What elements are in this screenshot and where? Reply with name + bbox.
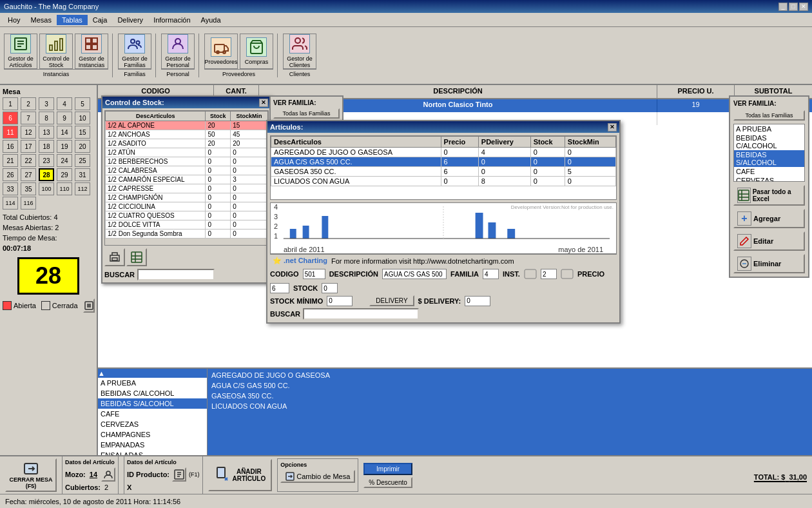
family-cafe[interactable]: CAFE — [98, 409, 207, 419]
family-ensaladas[interactable]: ENSALADAS — [98, 450, 207, 455]
article-agua-gas[interactable]: AGUA C/S GAS 500 CC. — [209, 380, 811, 391]
control-stock-button[interactable]: Control deStock — [39, 34, 73, 69]
art-row-1[interactable]: AGUA C/S GAS 500 CC.6000 — [271, 157, 616, 167]
sc-excel-button[interactable] — [126, 248, 147, 266]
mesa-25[interactable]: 25 — [75, 154, 90, 167]
gestor-articulos-button[interactable]: Gestor deArtículos — [4, 34, 37, 69]
mesa-2[interactable]: 2 — [21, 97, 36, 110]
articles-table-wrapper[interactable]: DescArticulos Precio PDelivery Stock Sto… — [270, 135, 617, 200]
detail-stock-input[interactable] — [322, 283, 338, 293]
todas-familias-left-btn[interactable]: Todas las Familias — [273, 108, 340, 119]
close-button[interactable]: ✕ — [799, 3, 808, 11]
sc-row-4[interactable]: 1/2 BERBERECHOS00 — [106, 157, 268, 166]
mozo-icon-btn[interactable] — [101, 467, 115, 482]
art-row-3[interactable]: LICUADOS CON AGUA0800 — [271, 177, 616, 186]
articles-popup-close[interactable]: ✕ — [608, 123, 617, 132]
mesa-20[interactable]: 20 — [75, 140, 90, 153]
sc-row-12[interactable]: 1/2 Don Segunda Sombra00 — [106, 230, 268, 239]
sc-print-button[interactable] — [104, 248, 125, 266]
delivery-button[interactable]: DELIVERY — [369, 295, 414, 306]
detail-familia-input[interactable] — [483, 269, 499, 279]
mesa-5[interactable]: 5 — [75, 97, 90, 110]
detail-desc-input[interactable] — [382, 269, 447, 279]
anadir-articulo-button[interactable]: AÑADIRARTÍCULO — [208, 459, 273, 491]
mesa-24[interactable]: 24 — [57, 154, 72, 167]
vf-right-cafe[interactable]: CAFE — [734, 167, 804, 176]
stock-min-input[interactable] — [327, 296, 353, 306]
art-row-2[interactable]: GASEOSA 350 CC.6005 — [271, 167, 616, 177]
agregar-button[interactable]: + Agregar — [733, 209, 805, 228]
vf-right-bebidas-alcohol[interactable]: BEBIDAS C/ALCOHOL — [734, 133, 804, 150]
mesa-13[interactable]: 13 — [39, 126, 54, 139]
eliminar-button[interactable]: Eliminar — [733, 254, 805, 273]
mesa-114[interactable]: 114 — [3, 197, 18, 210]
mesa-33[interactable]: 33 — [3, 182, 18, 195]
family-bebidas-alcohol[interactable]: BEBIDAS C/ALCOHOL — [98, 388, 207, 398]
family-cervezas[interactable]: CERVEZAS — [98, 419, 207, 429]
vf-right-cervezas[interactable]: CERVEZAS — [734, 176, 804, 182]
sc-row-0[interactable]: 1/2 AL CAPONE2015 — [106, 121, 268, 130]
mesa-19[interactable]: 19 — [57, 140, 72, 153]
proveedores-button[interactable]: Proveedores — [204, 34, 238, 69]
family-a-prueba[interactable]: A PRUEBA — [98, 378, 207, 388]
id-producto-icon-btn[interactable] — [172, 467, 186, 482]
vf-right-bebidas-s-alcohol[interactable]: BEBIDAS S/ALCOHOL — [734, 150, 804, 167]
mesa-35[interactable]: 35 — [21, 182, 36, 195]
mesa-110[interactable]: 110 — [57, 182, 72, 195]
menu-caja[interactable]: Caja — [88, 15, 113, 25]
todas-familias-right-btn[interactable]: Todas las Familias — [733, 110, 805, 121]
mesa-10[interactable]: 10 — [75, 112, 90, 124]
gestor-instancias-button[interactable]: Gestor deInstancias — [75, 34, 108, 69]
minimize-button[interactable]: _ — [778, 3, 788, 11]
maximize-button[interactable]: □ — [789, 3, 798, 11]
mesa-15[interactable]: 15 — [75, 126, 90, 139]
cerrar-mesa-button[interactable]: CERRAR MESA (F5) — [5, 458, 57, 492]
cambio-mesa-button[interactable]: Cambio de Mesa — [280, 470, 355, 483]
menu-ayuda[interactable]: Ayuda — [196, 15, 226, 25]
editar-button[interactable]: Editar — [733, 231, 805, 251]
sc-row-7[interactable]: 1/2 CAPRESSE00 — [106, 184, 268, 193]
mesa-16[interactable]: 16 — [3, 140, 18, 153]
article-licuados[interactable]: LICUADOS CON AGUA — [209, 401, 811, 411]
menu-tablas[interactable]: Tablas — [57, 15, 88, 25]
ver-familia-right-list[interactable]: A PRUEBA BEBIDAS C/ALCOHOL BEBIDAS S/ALC… — [733, 124, 805, 182]
detail-precio-input[interactable] — [270, 283, 289, 293]
family-bebidas-s-alcohol[interactable]: BEBIDAS S/ALCOHOL — [98, 398, 207, 409]
sc-row-9[interactable]: 1/2 CICCIOLINA00 — [106, 202, 268, 211]
gestor-personal-button[interactable]: Gestor dePersonal — [161, 34, 195, 69]
mesa-18[interactable]: 18 — [39, 140, 54, 153]
mesa-22[interactable]: 22 — [21, 154, 36, 167]
compras-button[interactable]: Compras — [240, 34, 273, 69]
mesa-31[interactable]: 31 — [75, 168, 90, 181]
mesa-12[interactable]: 12 — [21, 126, 36, 139]
mesa-21[interactable]: 21 — [3, 154, 18, 167]
menu-mesas[interactable]: Mesas — [26, 15, 57, 25]
art-row-0[interactable]: AGREGADO DE JUGO O GASEOSA0400 — [271, 148, 616, 157]
mesa-29[interactable]: 29 — [57, 168, 72, 181]
detail-codigo-input[interactable] — [303, 269, 325, 279]
sc-buscar-input[interactable] — [137, 269, 215, 280]
sc-row-2[interactable]: 1/2 ASADITO2020 — [106, 139, 268, 148]
sc-row-10[interactable]: 1/2 CUATRO QUESOS00 — [106, 211, 268, 220]
mesa-23[interactable]: 23 — [39, 154, 54, 167]
gestor-familias-button[interactable]: Gestor deFamilias — [118, 34, 151, 69]
menu-informacion[interactable]: Información — [148, 15, 195, 25]
buscar-input[interactable] — [303, 308, 419, 320]
mesa-17[interactable]: 17 — [21, 140, 36, 153]
mesa-100[interactable]: 100 — [39, 182, 54, 195]
s-delivery-input[interactable] — [465, 296, 490, 306]
family-champagnes[interactable]: CHAMPAGNES — [98, 429, 207, 440]
imprimir-button[interactable]: Imprimir — [363, 463, 412, 475]
mesa-28[interactable]: 28 — [39, 168, 54, 181]
mesa-8[interactable]: 8 — [39, 112, 54, 124]
vf-right-a-prueba[interactable]: A PRUEBA — [734, 124, 804, 133]
descuento-button[interactable]: % Descuento — [363, 477, 412, 488]
mesa-6[interactable]: 6 — [3, 112, 18, 124]
mesa-26[interactable]: 26 — [3, 168, 18, 181]
mesa-3[interactable]: 3 — [39, 97, 54, 110]
menu-hoy[interactable]: Hoy — [3, 15, 26, 25]
mesa-7[interactable]: 7 — [21, 112, 36, 124]
mesa-11[interactable]: 11 — [3, 126, 18, 139]
sc-row-6[interactable]: 1/2 CAMARÓN ESPECIAL03 — [106, 175, 268, 184]
mesa-112[interactable]: 112 — [75, 182, 90, 195]
